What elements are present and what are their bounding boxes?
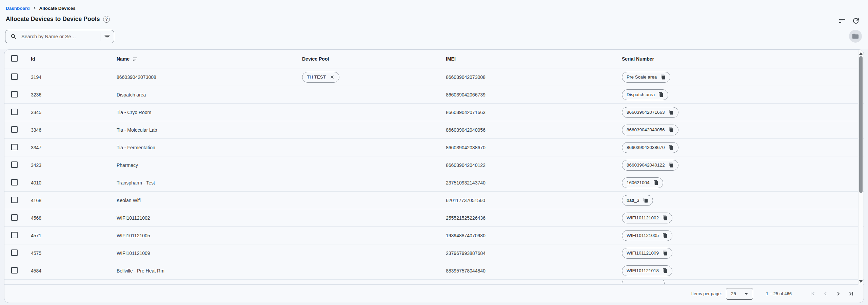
cell-name: Tia - Fermentation — [113, 145, 298, 150]
copy-icon[interactable] — [660, 74, 666, 80]
breadcrumb-current: Allocate Devices — [39, 6, 76, 11]
cell-id: 4568 — [27, 215, 113, 221]
close-icon[interactable] — [330, 74, 335, 80]
cell-device-pool: TH TEST — [298, 72, 442, 83]
serial-chip[interactable]: batt_3 — [622, 195, 653, 206]
cell-name: Tia - Molecular Lab — [113, 127, 298, 133]
scroll-down-arrow-icon[interactable] — [859, 280, 863, 283]
serial-chip-label: WIFI101121018 — [627, 268, 659, 273]
row-checkbox[interactable] — [11, 73, 18, 80]
serial-chip-label: WIFI101121009 — [627, 250, 659, 256]
serial-chip[interactable]: WIFI101121009 — [622, 248, 672, 259]
serial-chip[interactable]: 866039042040122 — [622, 160, 678, 171]
vertical-scrollbar[interactable] — [858, 50, 863, 285]
serial-chip[interactable]: Pre Scale area — [622, 72, 670, 83]
cell-serial: Dispatch area — [618, 89, 864, 100]
cell-id: 3346 — [27, 127, 113, 133]
serial-chip-label: Pre Scale area — [627, 74, 657, 80]
cell-serial: WIFI101121005 — [618, 230, 864, 241]
row-checkbox[interactable] — [11, 179, 18, 186]
search-divider — [100, 32, 100, 41]
sort-button[interactable] — [838, 17, 846, 25]
copy-icon[interactable] — [669, 110, 674, 115]
search-filter-button[interactable] — [104, 33, 111, 40]
folder-icon — [852, 32, 859, 40]
copy-icon[interactable] — [658, 92, 664, 97]
copy-icon[interactable] — [653, 180, 658, 185]
device-pool-chip-label: TH TEST — [307, 74, 326, 80]
cell-id: 3347 — [27, 145, 113, 150]
help-icon[interactable]: ? — [103, 16, 110, 23]
serial-chip-label: WIFI101121002 — [627, 215, 659, 220]
serial-chip[interactable]: WIFI101121018 — [622, 265, 672, 276]
serial-chip[interactable]: 866039042038670 — [622, 142, 678, 153]
cell-imei: 883957578044840 — [442, 268, 618, 274]
allocate-devices-page: Dashboard Allocate Devices Allocate Devi… — [0, 0, 868, 305]
serial-chip-label: 866039042071663 — [627, 110, 665, 115]
serial-chip[interactable]: 866039042071663 — [622, 107, 678, 118]
scroll-up-arrow-icon[interactable] — [859, 52, 863, 55]
first-page-button[interactable] — [806, 288, 819, 300]
cell-imei: 193948874070980 — [442, 233, 618, 238]
cell-serial: 866039042040122 — [618, 160, 864, 171]
next-page-button[interactable] — [832, 288, 845, 300]
row-checkbox[interactable] — [11, 197, 18, 203]
cell-id: 3236 — [27, 92, 113, 97]
cell-name: Dispatch area — [113, 92, 298, 97]
row-checkbox[interactable] — [11, 161, 18, 168]
row-checkbox[interactable] — [11, 249, 18, 256]
serial-chip[interactable]: WIFI101121005 — [622, 230, 672, 241]
row-checkbox[interactable] — [11, 214, 18, 221]
cell-serial: WIFI101121002 — [618, 213, 864, 223]
row-checkbox[interactable] — [11, 91, 18, 97]
copy-icon[interactable] — [663, 233, 668, 238]
column-header-name[interactable]: Name — [113, 56, 298, 62]
cell-id: 3194 — [27, 74, 113, 80]
cell-id: 4584 — [27, 268, 113, 274]
row-checkbox[interactable] — [11, 126, 18, 133]
copy-icon[interactable] — [669, 162, 674, 168]
serial-chip[interactable]: 160621004 — [622, 177, 663, 188]
row-checkbox[interactable] — [11, 144, 18, 150]
search-box[interactable] — [5, 30, 114, 43]
breadcrumb-link-dashboard[interactable]: Dashboard — [6, 6, 30, 11]
items-per-page-select[interactable]: 25 — [726, 288, 753, 300]
copy-icon[interactable] — [663, 250, 668, 256]
serial-chip[interactable]: 866039042040056 — [622, 125, 678, 135]
title-row: Allocate Devices to Device Pools ? — [0, 11, 868, 23]
copy-icon[interactable] — [669, 145, 674, 150]
cell-id: 3423 — [27, 162, 113, 168]
cell-name: 866039042073008 — [113, 74, 298, 80]
scrollbar-thumb[interactable] — [859, 56, 863, 193]
row-checkbox[interactable] — [11, 109, 18, 115]
copy-icon[interactable] — [643, 198, 648, 203]
serial-chip[interactable]: WIFI101121002 — [622, 213, 672, 223]
copy-icon[interactable] — [669, 127, 674, 132]
items-per-page-label: Items per page: — [691, 291, 722, 296]
cell-serial: 866039042040056 — [618, 125, 864, 135]
refresh-button[interactable] — [852, 17, 860, 25]
search-input[interactable] — [21, 34, 97, 39]
cell-id: 4575 — [27, 250, 113, 256]
serial-chip-label: 160621004 — [627, 180, 650, 185]
copy-icon[interactable] — [663, 268, 668, 273]
column-header-device-pool: Device Pool — [298, 56, 442, 62]
row-checkbox[interactable] — [11, 267, 18, 274]
table-row: 4575WIFI101121009237967993887684WIFI1011… — [4, 244, 864, 262]
copy-icon[interactable] — [663, 215, 668, 220]
device-pool-chip[interactable]: TH TEST — [302, 72, 339, 83]
cell-name: Tia - Cryo Room — [113, 110, 298, 115]
select-all-checkbox[interactable] — [11, 55, 18, 62]
row-checkbox[interactable] — [11, 232, 18, 238]
cell-imei: 620117737051560 — [442, 198, 618, 203]
cell-imei: 866039042073008 — [442, 74, 618, 80]
last-page-button[interactable] — [845, 288, 857, 300]
table-row: 3236Dispatch area866039042066739Dispatch… — [4, 86, 864, 104]
serial-chip-label: Dispatch area — [627, 92, 655, 97]
table-header-row: Id Name Device Pool IMEI Serial Number — [4, 50, 864, 68]
cell-imei: 237510932143740 — [442, 180, 618, 186]
folder-button[interactable] — [849, 30, 862, 43]
cell-serial: WIFI101121018 — [618, 265, 864, 276]
serial-chip[interactable]: Dispatch area — [622, 89, 668, 100]
previous-page-button[interactable] — [819, 288, 832, 300]
